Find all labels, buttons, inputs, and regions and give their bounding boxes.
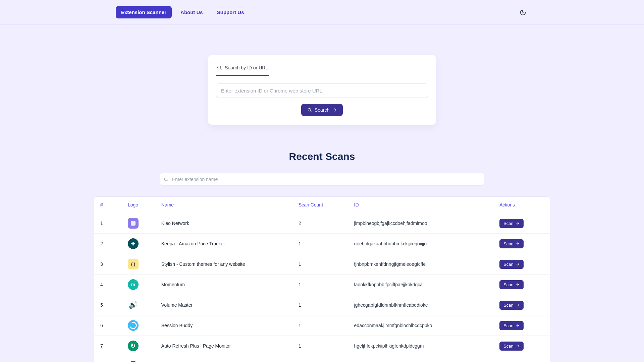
search-button[interactable]: Search <box>301 104 343 116</box>
cell-scan-count: 2 <box>292 213 348 234</box>
cell-name: Volume Master <box>155 295 292 315</box>
col-name: Name <box>155 197 292 213</box>
scan-button[interactable]: Scan <box>499 321 524 330</box>
scan-button[interactable]: Scan <box>499 219 524 228</box>
extension-name-filter[interactable] <box>160 173 484 186</box>
cell-logo <box>122 295 155 315</box>
scan-button-label: Scan <box>503 323 514 328</box>
scan-button-label: Scan <box>503 303 514 308</box>
cell-number: 1 <box>94 213 122 234</box>
cell-scan-count: 1 <box>292 336 348 356</box>
cell-name: Kleo Network <box>155 213 292 234</box>
cell-actions: Scan <box>493 356 550 362</box>
extension-logo-icon <box>128 320 139 331</box>
cell-scan-count: 17 <box>292 356 348 362</box>
scan-button[interactable]: Scan <box>499 301 524 310</box>
search-tabs: Search by ID or URL <box>216 62 428 76</box>
cell-actions: Scan <box>493 254 550 275</box>
cell-number: 5 <box>94 295 122 315</box>
cell-name: Keepa - Amazon Price Tracker <box>155 234 292 254</box>
cell-scan-count: 1 <box>292 234 348 254</box>
scan-button-label: Scan <box>503 344 514 349</box>
col-scan-count: Scan Count <box>292 197 348 213</box>
arrow-right-icon <box>516 262 520 266</box>
extension-logo-icon <box>128 300 139 310</box>
cell-name: Momentum <box>155 275 292 295</box>
cell-name: Session Buddy <box>155 315 292 336</box>
arrow-right-icon <box>332 108 337 112</box>
table-row: 4 Momentum 1 laookkfknpbbblfpciffpaejjko… <box>94 275 550 295</box>
cell-id: jghecgabfgfdldnmbfkhmffcabddioke <box>348 295 494 315</box>
cell-logo <box>122 275 155 295</box>
scan-button[interactable]: Scan <box>499 239 524 248</box>
cell-name: Stylish - Custom themes for any website <box>155 254 292 275</box>
cell-id: hgeljhfekpckiiplhkigfehkdpldcggm <box>348 336 494 356</box>
cell-number: 2 <box>94 234 122 254</box>
table-row: 3 Stylish - Custom themes for any websit… <box>94 254 550 275</box>
svg-point-0 <box>218 66 221 69</box>
arrow-right-icon <box>516 303 520 307</box>
scan-button[interactable]: Scan <box>499 260 524 269</box>
table-row: 1 Kleo Network 2 jimpblheogbjfgajkccdoeh… <box>94 213 550 234</box>
cell-scan-count: 1 <box>292 295 348 315</box>
cell-name: Save to Pinterest <box>155 356 292 362</box>
cell-scan-count: 1 <box>292 315 348 336</box>
extension-logo-icon <box>128 238 139 249</box>
table-row: 8 Save to Pinterest 17 gpdjojdkbbmdfjfah… <box>94 356 550 362</box>
svg-point-2 <box>308 108 311 111</box>
col-actions: Actions <box>493 197 550 213</box>
cell-scan-count: 1 <box>292 275 348 295</box>
top-nav: Extension Scanner About Us Support Us <box>116 6 250 18</box>
cell-logo <box>122 213 155 234</box>
extension-logo-icon <box>128 279 139 290</box>
main: Search by ID or URL Search Recent Scans <box>0 25 644 362</box>
theme-toggle[interactable] <box>518 7 528 18</box>
scan-button[interactable]: Scan <box>499 342 524 351</box>
cell-id: laookkfknpbbblfpciffpaejjkokdgca <box>348 275 494 295</box>
arrow-right-icon <box>516 242 520 246</box>
table-header-row: # Logo Name Scan Count ID Actions <box>94 197 550 213</box>
tab-search-by-id[interactable]: Search by ID or URL <box>216 62 269 76</box>
cell-id: jimpblheogbjfgajkccdoehjfadmimoo <box>348 213 494 234</box>
cell-actions: Scan <box>493 336 550 356</box>
search-button-label: Search <box>315 107 329 113</box>
svg-line-1 <box>220 69 221 70</box>
nav-extension-scanner[interactable]: Extension Scanner <box>116 6 172 18</box>
filter-row <box>160 173 484 186</box>
table-row: 6 Session Buddy 1 edacconmaakjimmfgnbloc… <box>94 315 550 336</box>
moon-icon <box>520 9 526 16</box>
cell-actions: Scan <box>493 234 550 254</box>
cell-number: 4 <box>94 275 122 295</box>
cell-number: 7 <box>94 336 122 356</box>
table-row: 5 Volume Master 1 jghecgabfgfdldnmbfkhmf… <box>94 295 550 315</box>
search-icon <box>217 65 222 70</box>
tab-search-label: Search by ID or URL <box>225 65 268 70</box>
scan-button-label: Scan <box>503 282 514 287</box>
table-row: 7 Auto Refresh Plus | Page Monitor 1 hge… <box>94 336 550 356</box>
extension-logo-icon <box>128 218 139 229</box>
search-icon <box>164 177 168 182</box>
nav-support-us[interactable]: Support Us <box>212 6 250 18</box>
cell-actions: Scan <box>493 295 550 315</box>
search-card: Search by ID or URL Search <box>208 55 436 125</box>
svg-line-6 <box>167 180 168 181</box>
col-number: # <box>94 197 122 213</box>
svg-point-5 <box>164 178 167 180</box>
cell-number: 6 <box>94 315 122 336</box>
cell-number: 8 <box>94 356 122 362</box>
scan-button[interactable]: Scan <box>499 280 524 289</box>
nav-about-us[interactable]: About Us <box>175 6 208 18</box>
cell-actions: Scan <box>493 275 550 295</box>
cell-id: neebplgakaahbhdphmkckjjcegoiijjo <box>348 234 494 254</box>
recent-scans-title: Recent Scans <box>289 151 355 162</box>
extension-logo-icon <box>128 259 139 269</box>
extension-logo-icon <box>128 341 139 351</box>
search-icon <box>307 108 312 112</box>
scan-button-label: Scan <box>503 262 514 267</box>
extension-id-input[interactable] <box>216 83 428 98</box>
cell-id: edacconmaakjimmfgnblocblbcdcpbko <box>348 315 494 336</box>
col-id: ID <box>348 197 494 213</box>
cell-actions: Scan <box>493 213 550 234</box>
cell-logo <box>122 315 155 336</box>
arrow-right-icon <box>516 283 520 287</box>
